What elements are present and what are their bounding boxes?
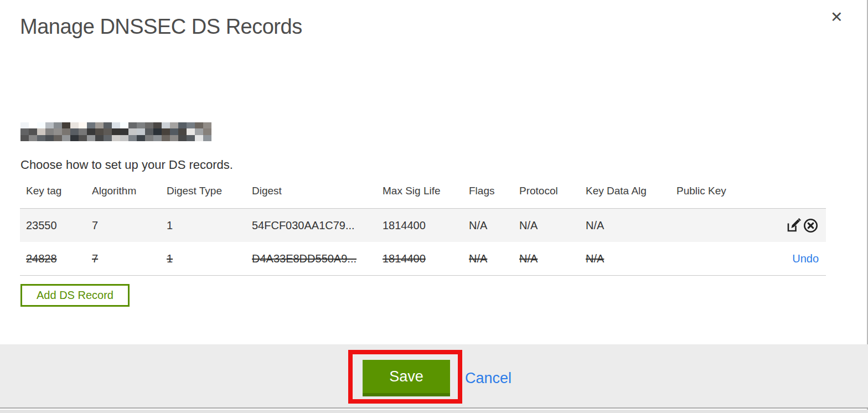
- edit-record-icon[interactable]: [786, 218, 802, 234]
- cell-max-sig-life: 1814400: [383, 219, 469, 232]
- redacted-domain-name: [20, 122, 211, 141]
- col-header-digest-type: Digest Type: [167, 183, 252, 197]
- col-header-flags: Flags: [469, 183, 519, 197]
- cell-digest-type: 1: [167, 219, 252, 232]
- table-row-deleted: 24828 7 1 D4A33E8DD550A9... 1814400 N/A …: [20, 242, 826, 276]
- col-header-public-key: Public Key: [676, 183, 754, 197]
- cell-key-tag: 23550: [26, 219, 92, 232]
- col-header-key-tag: Key tag: [26, 183, 92, 197]
- cell-flags: N/A: [469, 252, 519, 265]
- cell-key-data-alg: N/A: [586, 252, 676, 265]
- cell-protocol: N/A: [519, 219, 586, 232]
- delete-record-icon[interactable]: [803, 218, 819, 234]
- row-actions: Undo: [754, 252, 826, 265]
- cell-protocol: N/A: [519, 252, 586, 265]
- col-header-protocol: Protocol: [519, 183, 586, 197]
- add-ds-record-button[interactable]: Add DS Record: [20, 284, 130, 307]
- close-icon[interactable]: ✕: [830, 10, 843, 25]
- cell-key-data-alg: N/A: [586, 219, 676, 232]
- ds-records-table: Key tag Algorithm Digest Type Digest Max…: [20, 183, 826, 276]
- undo-link[interactable]: Undo: [792, 252, 819, 265]
- col-header-digest: Digest: [252, 183, 383, 197]
- cancel-link[interactable]: Cancel: [465, 370, 512, 387]
- cell-flags: N/A: [469, 219, 519, 232]
- cell-algorithm: 7: [92, 252, 167, 265]
- page-title: Manage DNSSEC DS Records: [20, 15, 302, 39]
- cell-digest: D4A33E8DD550A9...: [252, 252, 383, 265]
- cell-algorithm: 7: [92, 219, 167, 232]
- col-header-max-sig-life: Max Sig Life: [383, 183, 469, 197]
- col-header-algorithm: Algorithm: [92, 183, 167, 197]
- table-row: 23550 7 1 54FCF030AA1C79... 1814400 N/A …: [20, 208, 826, 242]
- page-behind-modal: [0, 410, 868, 413]
- row-actions: [754, 218, 826, 234]
- save-button[interactable]: Save: [363, 360, 450, 396]
- cell-digest: 54FCF030AA1C79...: [252, 219, 383, 232]
- col-header-key-data-alg: Key Data Alg: [586, 183, 676, 197]
- cell-digest-type: 1: [167, 252, 252, 265]
- instruction-text: Choose how to set up your DS records.: [20, 158, 233, 172]
- cell-max-sig-life: 1814400: [383, 252, 469, 265]
- cell-key-tag: 24828: [26, 252, 92, 265]
- table-header-row: Key tag Algorithm Digest Type Digest Max…: [20, 183, 826, 208]
